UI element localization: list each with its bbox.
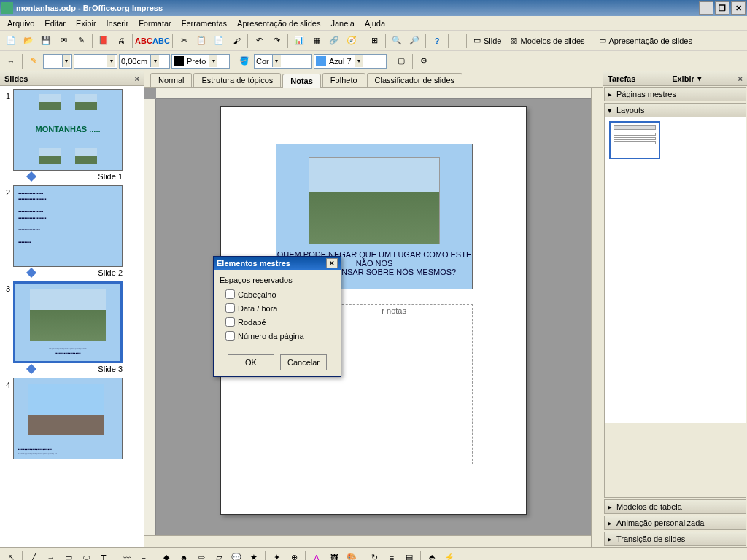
text-tool-icon[interactable]: T bbox=[96, 550, 112, 561]
tasks-panel-close-icon[interactable]: × bbox=[738, 74, 743, 83]
slide-thumbnail-1[interactable]: 1 MONTANHAS ..... Slide 1 bbox=[3, 89, 141, 181]
tab-classificador[interactable]: Classificador de slides bbox=[367, 73, 462, 87]
from-file-icon[interactable]: 🖼 bbox=[326, 550, 342, 561]
cancel-button[interactable]: Cancelar bbox=[280, 354, 327, 370]
gallery-icon[interactable]: 🎨 bbox=[344, 550, 360, 561]
slideshow-button[interactable]: ▭ Apresentação de slides bbox=[595, 33, 696, 49]
menu-editar[interactable]: Editar bbox=[40, 18, 70, 29]
slide-thumbnail-2[interactable]: 2 ▪▪▪▪▪▪▪▪▪▪▪▪▪▪▪▪▪▪▪▪▪▪▪▪▪▪▪▪▪▪▪▪▪▪▪▪▪▪… bbox=[3, 185, 141, 277]
align-icon[interactable]: ≡ bbox=[384, 550, 400, 561]
slide-thumbnail-4[interactable]: 4 ▪▪▪▪▪▪▪▪▪▪▪▪▪▪▪▪▪▪▪▪▪▪▪▪▪▪▪▪▪▪▪▪▪▪▪▪▪▪… bbox=[3, 378, 141, 459]
checkbox-numero-pagina[interactable] bbox=[225, 331, 235, 341]
fill-bucket-icon[interactable]: 🪣 bbox=[236, 53, 252, 69]
line-tool-icon[interactable]: ╱ bbox=[26, 550, 42, 561]
tab-estrutura[interactable]: Estrutura de tópicos bbox=[193, 73, 281, 87]
select-tool-icon[interactable]: ↖ bbox=[3, 550, 19, 561]
rect-tool-icon[interactable]: ▭ bbox=[61, 550, 77, 561]
checkbox-rodape[interactable] bbox=[225, 317, 235, 327]
print-icon[interactable]: 🖨 bbox=[113, 33, 129, 49]
interaction-icon[interactable]: ⚙ bbox=[416, 53, 432, 69]
points-icon[interactable]: ✦ bbox=[268, 550, 285, 561]
glue-icon[interactable]: ⊕ bbox=[286, 550, 302, 561]
dialog-titlebar[interactable]: Elementos mestres ✕ bbox=[214, 257, 341, 270]
navigator-icon[interactable]: 🧭 bbox=[344, 33, 360, 49]
format-brush-icon[interactable]: 🖌 bbox=[228, 33, 244, 49]
dialog-close-icon[interactable]: ✕ bbox=[326, 258, 338, 268]
menu-inserir[interactable]: Inserir bbox=[102, 18, 133, 29]
restore-button[interactable]: ❐ bbox=[715, 1, 729, 15]
checkbox-rodape-row[interactable]: Rodapé bbox=[220, 315, 335, 329]
slides-panel-close-icon[interactable]: × bbox=[135, 74, 139, 83]
new-icon[interactable]: 📄 bbox=[3, 33, 19, 49]
menu-exibir[interactable]: Exibir bbox=[71, 18, 101, 29]
menu-ajuda[interactable]: Ajuda bbox=[360, 18, 390, 29]
line-width-combo[interactable]: 0,00cm bbox=[119, 54, 170, 69]
ok-button[interactable]: OK bbox=[228, 354, 274, 370]
open-icon[interactable]: 📂 bbox=[20, 33, 36, 49]
curve-tool-icon[interactable]: 〰 bbox=[118, 550, 134, 561]
zoom-page-icon[interactable]: 🔎 bbox=[406, 33, 422, 49]
grid-icon[interactable]: ⊞ bbox=[366, 33, 382, 49]
hyperlink-icon[interactable]: 🔗 bbox=[326, 33, 342, 49]
block-arrows-icon[interactable]: ⇨ bbox=[193, 550, 209, 561]
arrange-icon[interactable]: ▤ bbox=[401, 550, 417, 561]
zoom-icon[interactable]: 🔍 bbox=[389, 33, 405, 49]
task-section-transicao[interactable]: ▸Transição de slides bbox=[604, 532, 746, 546]
vertical-scrollbar[interactable] bbox=[591, 88, 603, 547]
edit-icon[interactable]: ✎ bbox=[73, 33, 89, 49]
arrow-style-icon[interactable]: ↔ bbox=[3, 53, 19, 69]
shadow-icon[interactable]: ▢ bbox=[393, 53, 409, 69]
autospell-icon[interactable]: ABC bbox=[153, 33, 169, 49]
checkbox-cabecalho-row[interactable]: Cabeçalho bbox=[220, 287, 335, 301]
line-color-combo[interactable]: Preto bbox=[171, 54, 230, 69]
tasks-view-menu[interactable]: Exibir bbox=[672, 74, 694, 83]
chart-icon[interactable]: 📊 bbox=[291, 33, 307, 49]
layout-option[interactable] bbox=[609, 121, 660, 159]
stars-icon[interactable]: ★ bbox=[246, 550, 262, 561]
tasks-dropdown-icon[interactable]: ▾ bbox=[697, 74, 702, 83]
redo-icon[interactable]: ↷ bbox=[268, 33, 285, 49]
rotate-icon[interactable]: ↻ bbox=[366, 550, 382, 561]
checkbox-data-hora[interactable] bbox=[225, 303, 235, 313]
task-section-paginas-mestres[interactable]: ▸Páginas mestres bbox=[604, 87, 746, 101]
slide-thumbnail-3[interactable]: 3 ▪▪▪▪▪▪▪▪▪▪▪▪▪▪▪▪▪▪▪▪▪▪▪▪▪▪▪▪▪▪▪▪▪▪▪▪▪▪… bbox=[3, 281, 141, 373]
menu-formatar[interactable]: Formatar bbox=[134, 18, 176, 29]
slides-list[interactable]: 1 MONTANHAS ..... Slide 1 2 bbox=[0, 86, 144, 547]
menu-ferramentas[interactable]: Ferramentas bbox=[177, 18, 231, 29]
fontwork-icon[interactable]: A bbox=[309, 550, 325, 561]
close-button[interactable]: ✕ bbox=[731, 1, 746, 15]
ellipse-tool-icon[interactable]: ⬭ bbox=[78, 550, 94, 561]
task-section-animacao[interactable]: ▸Animação personalizada bbox=[604, 516, 746, 530]
checkbox-data-hora-row[interactable]: Data / hora bbox=[220, 301, 335, 315]
tab-folheto[interactable]: Folheto bbox=[322, 73, 365, 87]
new-slide-button[interactable]: ▭ Slide bbox=[470, 33, 505, 49]
task-section-layouts[interactable]: ▾Layouts bbox=[604, 103, 746, 498]
help-icon[interactable]: ? bbox=[429, 33, 445, 49]
checkbox-cabecalho[interactable] bbox=[225, 289, 235, 299]
line-pattern-combo[interactable] bbox=[74, 54, 117, 69]
connector-tool-icon[interactable]: ⌐ bbox=[136, 550, 152, 561]
task-section-modelos-tabela[interactable]: ▸Modelos de tabela bbox=[604, 499, 746, 514]
callouts-icon[interactable]: 💬 bbox=[228, 550, 244, 561]
horizontal-scrollbar[interactable] bbox=[144, 535, 591, 547]
menu-apresentacao[interactable]: Apresentação de slides bbox=[233, 18, 325, 29]
tab-notas[interactable]: Notas bbox=[282, 74, 321, 88]
minimize-button[interactable]: _ bbox=[699, 1, 713, 15]
interaction2-icon[interactable]: ⚡ bbox=[441, 550, 457, 561]
cut-icon[interactable]: ✂ bbox=[176, 33, 192, 49]
copy-icon[interactable]: 📋 bbox=[193, 33, 209, 49]
fill-color-combo[interactable]: Azul 7 bbox=[314, 54, 387, 69]
arrow-tool-icon[interactable]: → bbox=[43, 550, 59, 561]
table-icon[interactable]: ▦ bbox=[309, 33, 325, 49]
line-arrow-combo[interactable] bbox=[43, 54, 72, 69]
checkbox-numero-pagina-row[interactable]: Número da página bbox=[220, 329, 335, 343]
symbol-shapes-icon[interactable]: ☻ bbox=[176, 550, 192, 561]
save-icon[interactable]: 💾 bbox=[38, 33, 54, 49]
flowchart-icon[interactable]: ▱ bbox=[211, 550, 227, 561]
tab-normal[interactable]: Normal bbox=[150, 73, 192, 87]
basic-shapes-icon[interactable]: ◆ bbox=[158, 550, 174, 561]
menu-janela[interactable]: Janela bbox=[326, 18, 358, 29]
spellcheck-icon[interactable]: ABC bbox=[136, 33, 152, 49]
line-style-icon[interactable]: ✎ bbox=[26, 53, 42, 69]
pdf-icon[interactable]: 📕 bbox=[96, 33, 112, 49]
